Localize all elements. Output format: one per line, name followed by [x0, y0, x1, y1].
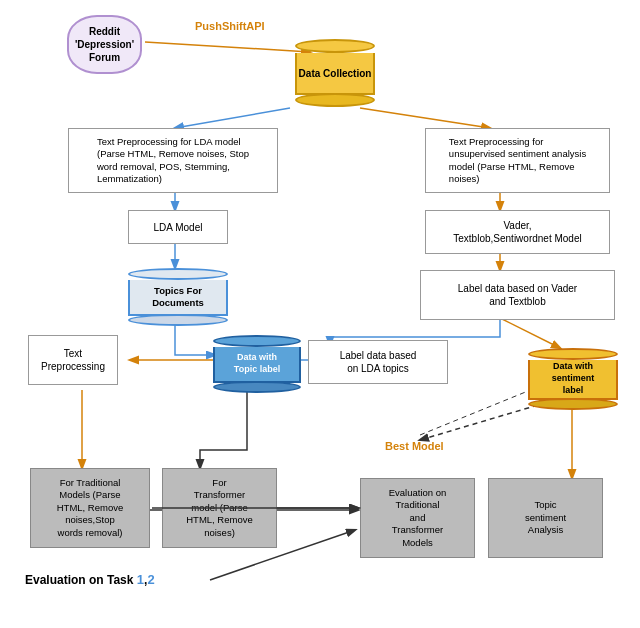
for-traditional-models-box: For Traditional Models (Parse HTML, Remo…	[30, 468, 150, 548]
topics-for-documents-cylinder: Topics For Documents	[128, 268, 228, 326]
data-with-topic-label-cylinder: Data with Topic label	[213, 335, 301, 393]
label-lda-topics-box: Label data based on LDA topics	[308, 340, 448, 384]
reddit-forum-node: Reddit 'Depression' Forum	[62, 12, 147, 77]
diagram: Reddit 'Depression' Forum PushShiftAPI D…	[0, 0, 640, 628]
text-preprocess-sentiment-box: Text Preprocessing for unsupervised sent…	[425, 128, 610, 193]
evaluation-task-label: Evaluation on Task 1,2	[25, 572, 155, 587]
text-preprocess-lda-box: Text Preprocessing for LDA model (Parse …	[68, 128, 278, 193]
data-collection-cylinder: Data Collection	[295, 38, 375, 108]
best-model-label: Best Model	[385, 440, 444, 452]
reddit-forum-label: Reddit 'Depression' Forum	[67, 15, 142, 74]
svg-line-1	[175, 108, 290, 128]
svg-line-8	[500, 318, 560, 348]
text-preprocessing-box: Text Preprocessing	[28, 335, 118, 385]
label-vader-textblob-box: Label data based on Vader and Textblob	[420, 270, 615, 320]
evaluation-traditional-box: Evaluation on Traditional and Transforme…	[360, 478, 475, 558]
for-transformer-models-box: For Transformer model (Parse HTML, Remov…	[162, 468, 277, 548]
lda-model-box: LDA Model	[128, 210, 228, 244]
topic-sentiment-analysis-box: Topic sentiment Analysis	[488, 478, 603, 558]
svg-line-0	[145, 42, 310, 52]
pushshift-api-label: PushShiftAPI	[195, 20, 265, 32]
svg-line-2	[360, 108, 490, 128]
data-with-sentiment-label-cylinder: Data with sentiment label	[528, 348, 618, 410]
vader-model-box: Vader, Textblob,Sentiwordnet Model	[425, 210, 610, 254]
